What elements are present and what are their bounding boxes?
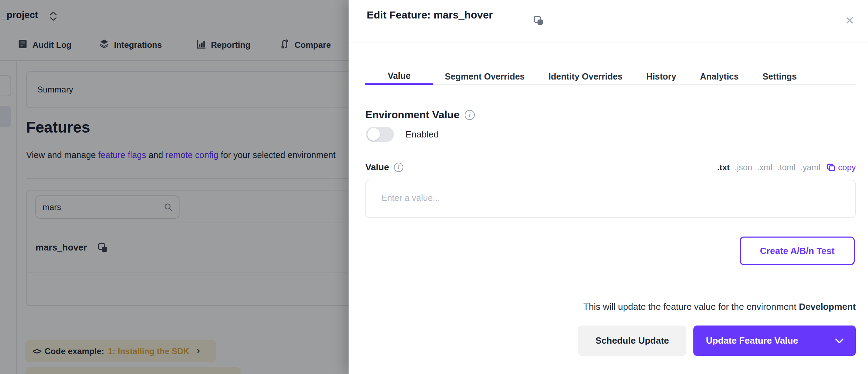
tab-identity-overrides[interactable]: Identity Overrides: [536, 68, 634, 85]
enabled-toggle-row: Enabled: [366, 127, 439, 142]
copy-value-link[interactable]: copy: [827, 163, 856, 172]
schedule-update-button[interactable]: Schedule Update: [578, 326, 686, 356]
value-label-row: Value i: [365, 162, 403, 173]
toggle-label: Enabled: [405, 129, 439, 140]
create-abn-test-button[interactable]: Create A/B/n Test: [740, 237, 855, 265]
value-input[interactable]: [365, 180, 856, 218]
close-icon[interactable]: ✕: [845, 14, 854, 27]
format-txt[interactable]: .txt: [717, 163, 730, 172]
update-feature-value-button[interactable]: Update Feature Value: [693, 326, 856, 356]
tab-value[interactable]: Value: [365, 68, 433, 85]
update-button-label: Update Feature Value: [706, 335, 798, 346]
tab-analytics[interactable]: Analytics: [688, 68, 751, 85]
format-xml[interactable]: .xml: [757, 163, 772, 172]
info-icon[interactable]: i: [394, 163, 403, 172]
copy-label: copy: [838, 163, 856, 172]
panel-tabs: Value Segment Overrides Identity Overrid…: [365, 68, 856, 85]
tab-settings[interactable]: Settings: [751, 68, 809, 85]
info-icon[interactable]: i: [465, 110, 475, 120]
format-json[interactable]: .json: [734, 163, 752, 172]
app-screen: _project Audit Log Integrations Reportin…: [0, 0, 868, 374]
environment-value-heading: Environment Value i: [365, 109, 475, 121]
tab-segment-overrides[interactable]: Segment Overrides: [433, 68, 536, 85]
format-yaml[interactable]: .yaml: [800, 163, 820, 172]
environment-name: Development: [799, 301, 856, 312]
value-label: Value: [365, 162, 389, 173]
value-format-switcher: .txt .json .xml .toml .yaml copy: [717, 163, 856, 172]
section-title: Environment Value: [365, 109, 459, 121]
copy-icon: [827, 164, 835, 171]
footer-buttons: Schedule Update Update Feature Value: [578, 326, 856, 356]
notice-text: This will update the feature value for t…: [583, 301, 799, 312]
footer-divider: [365, 284, 856, 284]
format-toml[interactable]: .toml: [777, 163, 795, 172]
enabled-toggle[interactable]: [366, 127, 394, 142]
header-divider: [349, 43, 868, 43]
update-notice: This will update the feature value for t…: [583, 301, 856, 312]
chevron-down-icon: [835, 338, 844, 344]
panel-title: Edit Feature: mars_hover: [367, 9, 493, 21]
copy-feature-name-icon[interactable]: [534, 16, 543, 25]
edit-feature-panel: Edit Feature: mars_hover ✕ Value Segment…: [349, 0, 868, 374]
tab-history[interactable]: History: [634, 68, 688, 85]
modal-backdrop[interactable]: [0, 0, 349, 374]
